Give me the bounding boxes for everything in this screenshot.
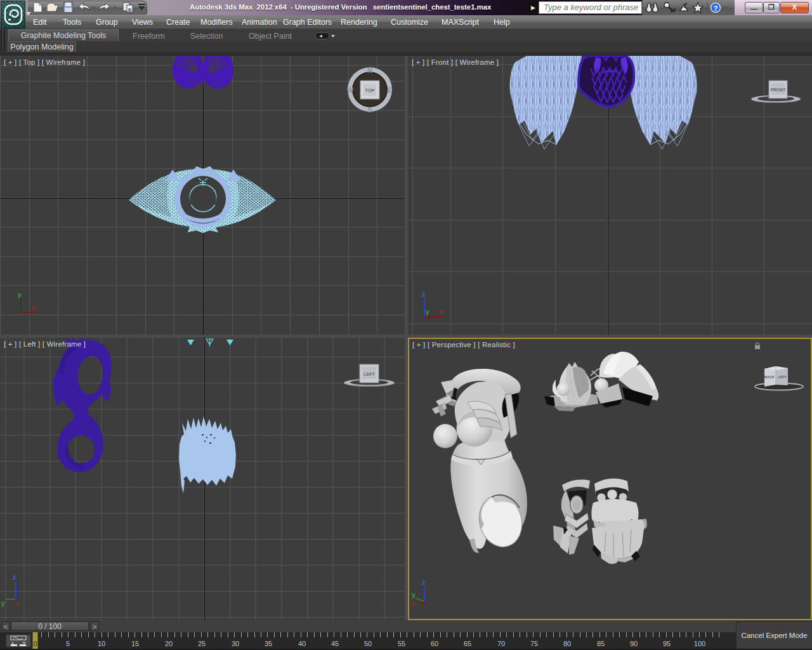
svg-text:y: y — [426, 308, 429, 315]
svg-text:?: ? — [714, 4, 718, 12]
svg-text:x: x — [16, 599, 20, 607]
svg-text:FRONT: FRONT — [770, 88, 786, 92]
svg-text:y: y — [18, 291, 22, 298]
svg-text:S: S — [367, 106, 372, 114]
svg-text:y: y — [1, 599, 5, 607]
svg-text:W: W — [347, 86, 354, 94]
svg-text:x: x — [412, 600, 416, 607]
svg-text:x: x — [32, 303, 36, 311]
svg-text:E: E — [387, 86, 391, 94]
svg-text:z: z — [422, 290, 426, 298]
svg-text:TOP: TOP — [365, 88, 374, 93]
svg-text:z: z — [13, 573, 16, 581]
svg-text:y: y — [412, 591, 416, 599]
svg-text:N: N — [367, 67, 372, 74]
svg-text:LEFT: LEFT — [778, 375, 787, 379]
svg-text:LEFT: LEFT — [363, 372, 375, 376]
svg-text:x: x — [440, 308, 443, 315]
svg-text:BACK: BACK — [764, 375, 775, 379]
svg-text:z: z — [422, 578, 426, 586]
